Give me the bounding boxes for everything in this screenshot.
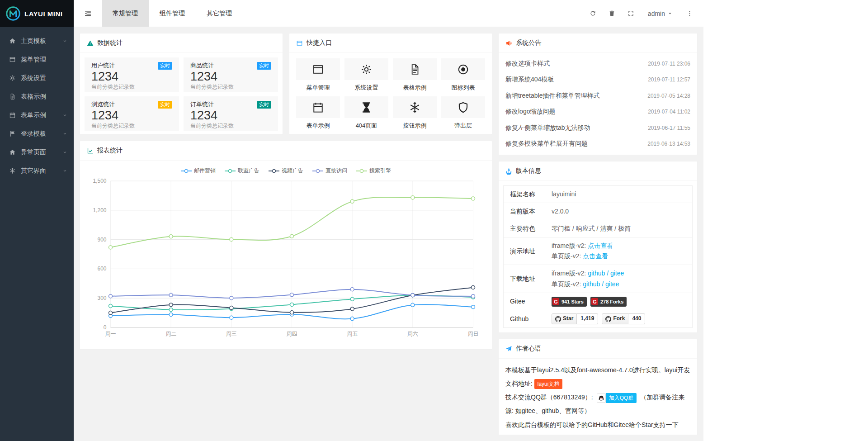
svg-text:1,200: 1,200 (93, 207, 106, 213)
notice-text: 修改选项卡样式 (505, 60, 550, 68)
version-row-label: Gitee (504, 293, 545, 310)
notice-item[interactable]: 修复左侧菜单缩放tab无法移动2019-06-17 11:55 (505, 120, 690, 136)
legend-item[interactable]: 邮件营销 (181, 167, 216, 175)
notice-item[interactable]: 修改logo缩放问题2019-07-04 11:02 (505, 104, 690, 120)
hourglass-icon (344, 96, 388, 118)
qq-join-badge[interactable]: 加入QQ群 (597, 393, 637, 403)
tab-2[interactable]: 组件管理 (149, 0, 196, 27)
more-button[interactable] (680, 0, 699, 27)
svg-text:900: 900 (97, 237, 106, 243)
snowflake-icon (9, 167, 16, 175)
version-link[interactable]: gitee (605, 280, 619, 288)
github-icon (605, 316, 611, 322)
stat-badge: 实时 (257, 62, 271, 70)
sidebar-item-label: 表单示例 (21, 111, 46, 119)
sidebar-item-label: 主页模板 (21, 37, 46, 45)
notice-item[interactable]: 修改选项卡样式2019-07-11 23:06 (505, 56, 690, 72)
svg-text:周日: 周日 (468, 331, 479, 337)
sidebar-menu: 主页模板菜单管理系统设置表格示例表单示例登录模板异常页面其它界面 (0, 27, 74, 180)
stat-label: 用户统计 (91, 62, 115, 70)
chevron-down-icon (62, 113, 67, 118)
github-badge[interactable]: Fork440 (602, 313, 645, 324)
header: 常规管理组件管理其它管理 admin (74, 0, 703, 27)
quick-entry[interactable]: 菜单管理 (296, 58, 340, 92)
quick-entry-label: 按钮示例 (393, 122, 437, 130)
version-link[interactable]: 点击查看 (588, 242, 613, 249)
svg-text:周一: 周一 (105, 331, 116, 337)
quick-entry[interactable]: 弹出层 (441, 96, 485, 130)
quick-entry[interactable]: 系统设置 (344, 58, 388, 92)
quick-entry-label: 404页面 (344, 122, 388, 130)
user-menu[interactable]: admin (641, 0, 680, 27)
stat-badge: 实时 (257, 101, 271, 109)
tab-1[interactable]: 常规管理 (102, 0, 149, 27)
version-link[interactable]: github (588, 270, 605, 277)
clear-cache-button[interactable] (603, 0, 622, 27)
sidebar-item-6[interactable]: 登录模板 (0, 124, 74, 143)
version-row-value: 零门槛 / 响应式 / 清爽 / 极简 (545, 220, 693, 237)
snowflake-icon (393, 96, 437, 118)
sidebar: LAYUI MINI 主页模板菜单管理系统设置表格示例表单示例登录模板异常页面其… (0, 0, 74, 441)
quick-entry[interactable]: 表单示例 (296, 96, 340, 130)
logo[interactable]: LAYUI MINI (0, 0, 74, 27)
gears-icon (344, 58, 388, 80)
sidebar-item-5[interactable]: 表单示例 (0, 106, 74, 124)
legend-item[interactable]: 联盟广告 (225, 167, 259, 175)
version-row-label: 演示地址 (504, 237, 545, 265)
notice-date: 2019-06-13 14:53 (647, 141, 690, 147)
stat-card: 订单统计实时1234当前分类总记录数 (184, 96, 278, 131)
chevron-down-icon (62, 131, 67, 136)
version-link[interactable]: github (583, 280, 600, 288)
quick-entry-label: 表单示例 (296, 122, 340, 130)
gitee-badge[interactable]: G941 Stars (552, 297, 587, 307)
window-icon (296, 58, 340, 80)
version-row: 主要特色零门槛 / 响应式 / 清爽 / 极简 (504, 220, 693, 237)
version-row-value: iframe版-v2: 点击查看单页版-v2: 点击查看 (545, 237, 693, 265)
home-icon (9, 149, 16, 156)
sidebar-item-3[interactable]: 系统设置 (0, 69, 74, 87)
version-row: GithubStar1,419Fork440 (504, 310, 693, 328)
sidebar-item-2[interactable]: 菜单管理 (0, 50, 74, 69)
shield-icon (441, 96, 485, 118)
stat-value: 1234 (190, 70, 271, 83)
sidebar-item-4[interactable]: 表格示例 (0, 87, 74, 106)
panel-title: 报表统计 (97, 147, 123, 155)
chart-legend: 邮件营销联盟广告视频广告直接访问搜索引擎 (80, 161, 492, 175)
stat-subtitle: 当前分类总记录数 (190, 122, 271, 130)
quick-entry[interactable]: 图标列表 (441, 58, 485, 92)
calendar-icon (9, 112, 16, 119)
quick-grid: 菜单管理系统设置表格示例图标列表表单示例404页面按钮示例弹出层 (289, 53, 492, 135)
legend-item[interactable]: 视频广告 (269, 167, 303, 175)
version-link[interactable]: 点击查看 (583, 252, 608, 260)
version-row-value: G941 StarsG278 Forks (545, 293, 693, 310)
stat-label: 订单统计 (190, 100, 214, 109)
menu-fold-button[interactable] (74, 0, 102, 27)
github-badge[interactable]: Star1,419 (552, 313, 598, 324)
stat-subtitle: 当前分类总记录数 (91, 83, 172, 91)
version-row-label: 下载地址 (504, 265, 545, 293)
refresh-button[interactable] (584, 0, 603, 27)
notice-date: 2019-07-05 14:28 (647, 93, 690, 99)
notice-item[interactable]: 修复多模块菜单栏展开有问题2019-06-13 14:53 (505, 136, 690, 152)
svg-text:周三: 周三 (226, 331, 237, 337)
stat-subtitle: 当前分类总记录数 (91, 122, 172, 130)
version-link[interactable]: gitee (610, 270, 624, 277)
notice-text: 修复左侧菜单缩放tab无法移动 (505, 124, 590, 132)
gitee-badge[interactable]: G278 Forks (590, 297, 627, 307)
panel-title: 数据统计 (97, 39, 123, 47)
legend-item[interactable]: 直接访问 (312, 167, 347, 175)
quick-entry[interactable]: 按钮示例 (393, 96, 437, 130)
quick-entry[interactable]: 404页面 (344, 96, 388, 130)
notice-text: 新增treetable插件和菜单管理样式 (505, 92, 599, 100)
stat-card: 用户统计实时1234当前分类总记录数 (85, 57, 179, 92)
layui-doc-badge[interactable]: layui文档 (534, 379, 563, 389)
tab-3[interactable]: 其它管理 (196, 0, 243, 27)
notice-item[interactable]: 新增treetable插件和菜单管理样式2019-07-05 14:28 (505, 88, 690, 104)
legend-item[interactable]: 搜索引擎 (356, 167, 391, 175)
sidebar-item-7[interactable]: 异常页面 (0, 143, 74, 161)
notice-item[interactable]: 新增系统404模板2019-07-11 12:57 (505, 72, 690, 88)
fullscreen-button[interactable] (622, 0, 641, 27)
sidebar-item-8[interactable]: 其它界面 (0, 161, 74, 180)
quick-entry[interactable]: 表格示例 (393, 58, 437, 92)
sidebar-item-1[interactable]: 主页模板 (0, 32, 74, 50)
